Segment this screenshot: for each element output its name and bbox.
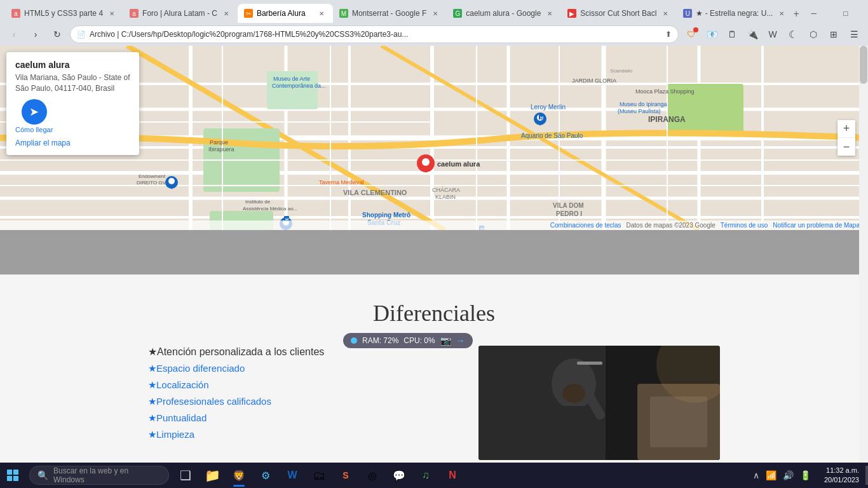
folder2-button[interactable]: 🗂 [306,463,332,488]
resource-dot [351,337,357,344]
tab-tab6[interactable]: ▶ Scissor Cut Short Bacl ✕ [561,4,677,23]
tab-close-button[interactable]: ✕ [221,8,231,18]
file-explorer-button[interactable]: 📁 [200,463,225,488]
tab-close-button[interactable]: ✕ [430,8,440,18]
svg-text:JARDIM GLORIA: JARDIM GLORIA [572,78,616,84]
extension8-icon[interactable]: ☰ [845,25,863,43]
clock-date: 20/01/2023 [824,475,859,485]
svg-text:Endowment: Endowment [139,173,166,179]
tray-chevron[interactable]: ∧ [751,470,761,480]
resource-monitor-overlay: RAM: 72% CPU: 0% 📷 → [343,333,473,348]
refresh-button[interactable]: ↻ [48,25,66,43]
tab-tab7[interactable]: U ★ - Estrella negra: U... ✕ [677,4,793,23]
gray-spacer [0,230,868,274]
taskbar-search[interactable]: 🔍 Buscar en la web y en Windows [29,466,169,485]
forward-button[interactable]: › [27,25,44,43]
address-bar[interactable]: 📄 Archivo | C:/Users/hp/Desktop/logic%20… [70,25,679,43]
svg-text:Leroy Merlin: Leroy Merlin [531,104,566,111]
battery-icon[interactable]: 🔋 [798,470,813,480]
show-desktop-button[interactable] [865,466,868,485]
protocol-label: Archivo [90,30,115,39]
tab-close-button[interactable]: ✕ [316,8,327,18]
network-icon[interactable]: 📶 [764,470,778,480]
list-item: ★Limpieza [148,429,453,440]
share-icon[interactable]: ⬆ [665,30,672,39]
task-view-button[interactable]: ❑ [173,463,198,488]
word-button[interactable]: W [280,463,305,488]
directions-button[interactable]: ➤ Cómo llegar [15,99,53,133]
back-button[interactable]: ‹ [5,25,23,43]
svg-text:KLABIN: KLABIN [435,194,456,200]
list-item: ★Puntualidad [148,412,453,424]
cpu-usage: CPU: 0% [403,336,435,345]
directions-icon: ➤ [22,99,47,125]
tab-close-button[interactable]: ✕ [545,8,555,18]
map-keyboard-shortcuts[interactable]: Combinaciones de teclas [550,222,621,229]
map-section: VILA CLEMENTINO VILA DOM PEDRO I IPIRANG… [0,46,868,230]
extension3-icon[interactable]: 🔌 [743,25,761,43]
address-text: Archivo | C:/Users/hp/Desktop/logic%20pr… [90,30,661,39]
tab-close-button[interactable]: ✕ [107,8,117,18]
start-menu-button[interactable] [0,463,25,488]
svg-point-37 [422,158,430,166]
whatsapp-button[interactable]: 💬 [386,463,412,488]
netflix-button[interactable]: N [440,463,465,488]
clock-time: 11:32 a.m. [824,466,859,475]
list-item: ★Profesesionales calificados [148,396,453,407]
tab-bar: a HTML5 y CSS3 parte 4 ✕ a Foro | Alura … [0,0,868,23]
tab-favicon: M [339,9,348,18]
expand-map-link[interactable]: Ampliar el mapa [15,139,130,147]
brave-shield-icon[interactable]: 🛡 [682,25,700,43]
svg-text:Ibirapuera: Ibirapuera [208,146,234,152]
brave-browser-button[interactable]: 🦁 [226,463,252,488]
map-terms[interactable]: Términos de uso [721,222,768,229]
map-report[interactable]: Notificar un problema de Mapas [773,222,863,229]
tab-tab1[interactable]: a HTML5 y CSS3 parte 4 ✕ [5,4,123,23]
map-visual[interactable]: VILA CLEMENTINO VILA DOM PEDRO I IPIRANG… [0,46,868,230]
barber-image-svg [478,346,720,460]
extension5-icon[interactable]: ☾ [784,25,802,43]
svg-text:Mooca Plaza Shopping: Mooca Plaza Shopping [635,88,695,95]
new-tab-button[interactable]: + [793,5,799,23]
system-clock[interactable]: 11:32 a.m. 20/01/2023 [819,466,864,485]
toolbar-icons: 🛡 📧 🗒 🔌 W ☾ ⬡ ⊞ ☰ [682,25,863,43]
spotify-button[interactable]: ♫ [413,463,438,488]
svg-rect-92 [13,470,18,475]
scrollbar-thumb[interactable] [860,46,867,84]
volume-icon[interactable]: 🔊 [781,470,796,480]
sublime-button[interactable]: S [333,463,358,488]
close-button[interactable]: ✕ [863,4,868,23]
tab-label: caelum alura - Google [466,9,541,18]
tab-favicon: G [453,9,462,18]
tab-tab3[interactable]: ✂ Barbería Alura ✕ [238,4,333,23]
chrome-button[interactable]: ◎ [360,463,385,488]
svg-text:Instituto de: Instituto de [245,199,271,205]
tab-tab5[interactable]: G caelum alura - Google ✕ [447,4,561,23]
svg-text:Assistência Médica ao...: Assistência Médica ao... [243,206,297,212]
extension2-icon[interactable]: 🗒 [723,25,741,43]
vscode-button[interactable]: ⚙ [253,463,278,488]
svg-rect-91 [7,470,12,475]
extension6-icon[interactable]: ⬡ [804,25,822,43]
zoom-out-button[interactable]: − [837,138,855,156]
extension4-icon[interactable]: W [764,25,782,43]
scrollbar[interactable] [859,46,868,463]
minimize-button[interactable]: ─ [799,4,829,23]
zoom-in-button[interactable]: + [837,120,855,138]
svg-text:CHÁCARA: CHÁCARA [432,187,460,193]
page-content: VILA CLEMENTINO VILA DOM PEDRO I IPIRANG… [0,46,868,463]
list-item: ★Espacio diferenciado [148,363,453,374]
extension1-icon[interactable]: 📧 [703,25,721,43]
map-footer: Combinaciones de teclas Datos de mapas ©… [0,220,868,230]
map-data-attribution: Datos de mapas ©2023 Google [627,222,715,229]
tab-tab4[interactable]: M Montserrat - Google F ✕ [333,4,447,23]
tab-close-button[interactable]: ✕ [660,8,670,18]
map-location-title: caelum alura [15,60,130,70]
tab-tab2[interactable]: a Foro | Alura Latam - C ✕ [123,4,238,23]
tab-label: Barbería Alura [257,9,313,18]
tab-label: Montserrat - Google F [352,9,426,18]
maximize-button[interactable]: □ [831,4,860,23]
svg-text:DIREITO GV: DIREITO GV [137,180,166,186]
tab-close-button[interactable]: ✕ [776,8,787,18]
extension7-icon[interactable]: ⊞ [825,25,843,43]
